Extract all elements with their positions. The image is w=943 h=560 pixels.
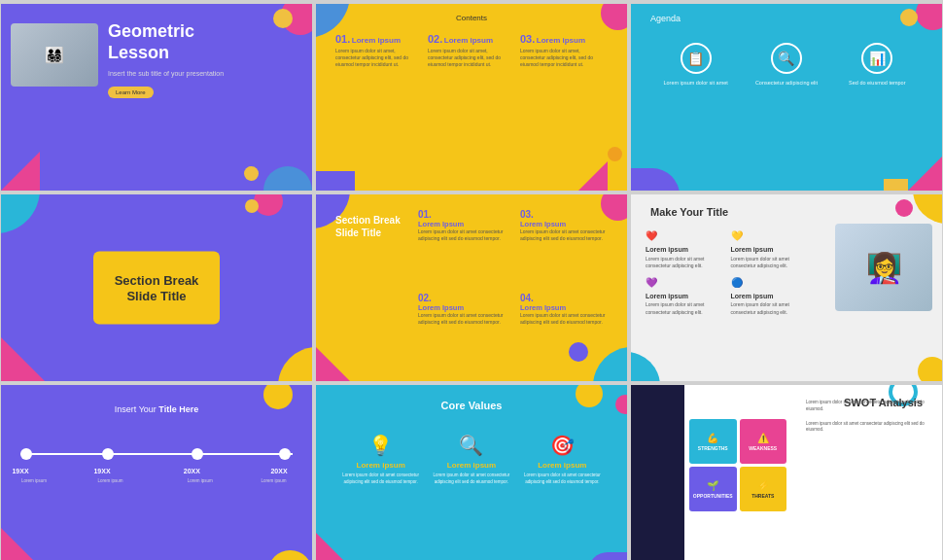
core-title-1: Lorem ipsum xyxy=(357,461,405,470)
swot-weakness: ⚠️ WEAKNESS xyxy=(740,419,787,464)
slide-8: Core Values 💡 Lorem ipsum Lorem ipsum do… xyxy=(316,385,627,560)
kids-emoji: 👨‍👩‍👧‍👦 xyxy=(45,46,64,64)
agenda-icon-1: 📋 xyxy=(681,43,712,74)
slide-2-title: Contents xyxy=(456,14,487,22)
deco-tri-pink xyxy=(1,337,45,381)
deco-tri-pink xyxy=(1,528,45,560)
slide-6-grid: ❤️ Lorem ipsum Lorem ipsum dolor sit ame… xyxy=(646,228,811,316)
deco-circle-yellow xyxy=(245,199,259,213)
slide-6-title: Make Your Title xyxy=(650,206,728,218)
slide-1-text: Geometric Lesson Insert the sub title of… xyxy=(108,21,224,98)
agenda-item-3: 📊 Sed do eiusmod tempor xyxy=(843,43,911,88)
tl-dot-4 xyxy=(279,448,291,460)
core-text-2: Lorem ipsum dolor sit amet consectetur a… xyxy=(433,472,510,486)
tl-year-1: 19XX xyxy=(12,468,28,474)
tl-year-3: 20XX xyxy=(184,468,200,474)
slide-9: SWOT Analysis 💪 STRENGTHS ⚠️ WEAKNESS 🌱 … xyxy=(631,385,942,560)
timeline-bar: 19XX Lorem ipsum 19XX Lorem ipsum 20XX L… xyxy=(20,453,293,455)
core-icon-1: 💡 xyxy=(368,434,393,457)
photo-inner: 👨‍👩‍👧‍👦 xyxy=(11,23,98,87)
slide-5-item-3: 02. Lorem Ipsum Lorem ipsum dolor sit am… xyxy=(418,293,515,371)
slide-9-left-panel xyxy=(631,385,684,560)
slide-2-col3: 03. Lorem ipsum Lorem ipsum dolor sit am… xyxy=(520,31,603,68)
slide-1-btn[interactable]: Learn More xyxy=(108,87,154,98)
slide-1-title: Geometric Lesson xyxy=(108,21,224,63)
slide-9-right-top: Lorem ipsum dolor sit amet consectetur a… xyxy=(806,400,932,413)
slide-5-item-2: 03. Lorem Ipsum Lorem ipsum dolor sit am… xyxy=(520,209,617,288)
slide-9-right-mid: Lorem ipsum dolor sit amet consectetur a… xyxy=(806,421,932,435)
slide-8-title: Core Values xyxy=(441,400,503,411)
deco-semi-purple xyxy=(316,171,355,191)
deco-pink-dot xyxy=(615,395,627,414)
deco-semi-blue xyxy=(263,166,312,191)
slide-7: Insert Your Title Here 19XX Lorem ipsum … xyxy=(1,385,312,560)
deco-circle-pink xyxy=(895,199,913,217)
slide-3-icons: 📋 Lorem ipsum dolor sit amet 🔍 Consectet… xyxy=(631,43,942,88)
slide-6: Make Your Title ❤️ Lorem ipsum Lorem ips… xyxy=(631,194,942,381)
slide-3-title: Agenda xyxy=(650,14,681,23)
slide-4-text: Section Break Slide Title xyxy=(115,272,199,302)
core-item-1: 💡 Lorem ipsum Lorem ipsum dolor sit amet… xyxy=(342,434,420,486)
agenda-label-2: Consectetur adipiscing elit xyxy=(755,80,818,88)
core-item-2: 🔍 Lorem ipsum Lorem ipsum dolor sit amet… xyxy=(433,434,510,486)
slide-6-photo: 👩‍🏫 xyxy=(835,224,932,311)
tl-sub-1: Lorem ipsum xyxy=(5,478,63,484)
core-text-1: Lorem ipsum dolor sit amet consectetur a… xyxy=(342,472,420,486)
deco-small-yellow xyxy=(244,166,259,181)
slide-4: Section Break Slide Title xyxy=(1,194,312,381)
deco-circle-yellow xyxy=(273,9,293,28)
swot-opportunities: 🌱 OPPORTUNITIES xyxy=(689,467,737,511)
agenda-icon-2: 🔍 xyxy=(771,43,802,74)
slide-1: 👨‍👩‍👧‍👦 Geometric Lesson Insert the sub … xyxy=(1,4,312,191)
slide-8-icons: 💡 Lorem ipsum Lorem ipsum dolor sit amet… xyxy=(316,434,627,486)
deco-circle-yellow2 xyxy=(608,147,622,161)
deco-tri-pink xyxy=(578,161,608,191)
deco-purple-br xyxy=(588,552,627,560)
tl-dot-2 xyxy=(102,448,114,460)
deco-tri-pink xyxy=(316,347,350,381)
slide-4-box: Section Break Slide Title xyxy=(93,252,220,325)
deco-yellow-tr xyxy=(913,194,942,224)
deco-circle-dot xyxy=(569,342,588,362)
slide-5-title: Section Break Slide Title xyxy=(335,214,401,239)
deco-circle-yellow xyxy=(263,385,293,409)
tl-sub-2: Lorem ipsum xyxy=(81,478,139,484)
deco-circle-pink xyxy=(916,4,942,30)
deco-blue-bl xyxy=(631,352,660,381)
agenda-item-1: 📋 Lorem ipsum dolor sit amet xyxy=(662,43,730,88)
agenda-label-1: Lorem ipsum dolor sit amet xyxy=(663,80,727,88)
core-icon-3: 🎯 xyxy=(550,434,575,457)
slide-2-col1: 01. Lorem ipsum Lorem ipsum dolor sit am… xyxy=(335,31,418,68)
slide-7-title: Insert Your Title Here xyxy=(115,404,198,414)
slide-2: Contents 01. Lorem ipsum Lorem ipsum dol… xyxy=(316,4,627,191)
slide-6-cell-1: ❤️ Lorem ipsum Lorem ipsum dolor sit ame… xyxy=(646,228,726,270)
slide-5-item-1: 01. Lorem Ipsum Lorem ipsum dolor sit am… xyxy=(418,209,515,288)
deco-yellow-corner xyxy=(884,179,908,191)
slide-6-cell-4: 🔵 Lorem ipsum Lorem ipsum dolor sit amet… xyxy=(731,275,812,317)
photo-area: 👨‍👩‍👧‍👦 xyxy=(11,23,98,87)
deco-circle-pink xyxy=(601,4,627,30)
slide-5-content: 01. Lorem Ipsum Lorem ipsum dolor sit am… xyxy=(418,209,617,371)
slide-6-cell-3: 💜 Lorem ipsum Lorem ipsum dolor sit amet… xyxy=(646,275,726,317)
core-icon-2: 🔍 xyxy=(459,434,483,457)
deco-semi-br xyxy=(278,347,312,381)
core-item-3: 🎯 Lorem ipsum Lorem ipsum dolor sit amet… xyxy=(523,434,601,486)
deco-circle-yellow xyxy=(900,9,918,26)
swot-grid: 💪 STRENGTHS ⚠️ WEAKNESS 🌱 OPPORTUNITIES … xyxy=(689,419,786,511)
tl-sub-3: Lorem ipsum xyxy=(171,478,229,484)
deco-tri-pink xyxy=(316,533,355,560)
slide-2-col2: 02. Lorem ipsum Lorem ipsum dolor sit am… xyxy=(428,31,510,68)
deco-tri-pink xyxy=(1,152,40,191)
tl-dot-3 xyxy=(192,448,203,460)
deco-tri-pink2 xyxy=(908,157,942,191)
slide-grid: 👨‍👩‍👧‍👦 Geometric Lesson Insert the sub … xyxy=(0,0,943,560)
deco-semi-tl xyxy=(1,194,40,233)
deco-yellow-dot xyxy=(576,385,603,407)
tl-year-2: 19XX xyxy=(93,468,110,474)
deco-circle-yellow xyxy=(918,357,942,381)
tl-year-4: 20XX xyxy=(270,468,287,474)
slide-1-subtitle: Insert the sub title of your presentatio… xyxy=(108,69,224,79)
core-text-3: Lorem ipsum dolor sit amet consectetur a… xyxy=(523,472,601,486)
slide-5: Section Break Slide Title 01. Lorem Ipsu… xyxy=(316,194,627,381)
swot-threats: ⚡ THREATS xyxy=(740,467,787,511)
